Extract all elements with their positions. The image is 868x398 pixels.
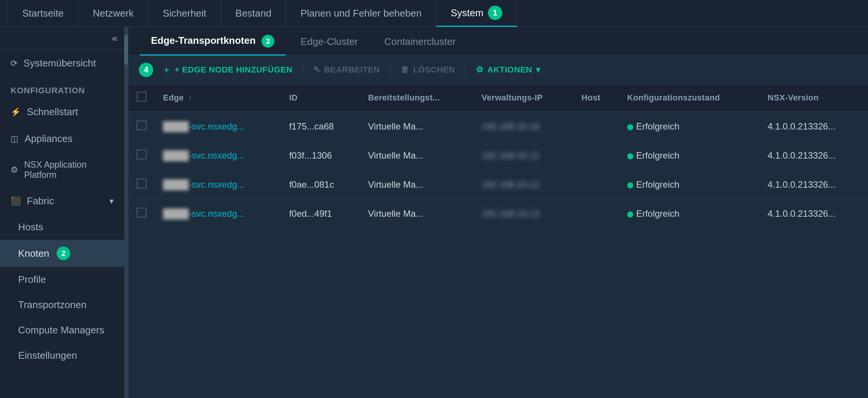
row-select-checkbox[interactable] xyxy=(137,120,146,130)
schnellstart-icon: ⚡ xyxy=(11,107,21,117)
row-management-ip: 192.168.10.10 xyxy=(473,112,573,141)
sidebar-scrollbar[interactable] xyxy=(124,27,128,398)
sidebar-item-systemuebersicht[interactable]: ⟳ Systemübersicht xyxy=(0,50,124,77)
table-row: ████-svc.nsxedg...f175...ca68Virtuelle M… xyxy=(128,112,868,141)
row-config-state: Erfolgreich xyxy=(619,112,759,141)
row-host xyxy=(573,170,619,199)
chevron-down-icon: ▾ xyxy=(109,196,114,206)
sidebar-item-schnellstart[interactable]: ⚡ Schnellstart xyxy=(0,99,124,125)
row-management-ip: 192.168.10.11 xyxy=(473,141,573,170)
delete-button[interactable]: 🗑 LÖSCHEN xyxy=(401,65,455,75)
column-deployment: Bereitstellungst... xyxy=(360,84,473,112)
nav-bestand[interactable]: Bestand xyxy=(221,0,286,27)
system-badge: 1 xyxy=(488,6,502,20)
column-nsx-version: NSX-Version xyxy=(759,84,868,112)
table-row: ████-svc.nsxedg...f0ed...49f1Virtuelle M… xyxy=(128,199,868,228)
sidebar-scrollbar-thumb[interactable] xyxy=(124,35,128,65)
row-checkbox-cell xyxy=(128,112,155,141)
sidebar-item-transportzonen[interactable]: Transportzonen xyxy=(0,292,124,318)
column-management-ip: Verwaltungs-IP xyxy=(473,84,573,112)
status-dot xyxy=(627,182,633,188)
row-select-checkbox[interactable] xyxy=(137,150,146,159)
row-nsx-version: 4.1.0.0.213326... xyxy=(759,141,868,170)
row-nsx-version: 4.1.0.0.213326... xyxy=(759,170,868,199)
tab-containercluster[interactable]: Containercluster xyxy=(373,29,467,56)
main-layout: « ⟳ Systemübersicht Konfiguration ⚡ Schn… xyxy=(0,27,868,398)
row-deployment: Virtuelle Ma... xyxy=(360,141,473,170)
row-id: f0ae...081c xyxy=(281,170,360,199)
row-edge[interactable]: ████-svc.nsxedg... xyxy=(155,170,281,199)
nav-netzwerk[interactable]: Netzwerk xyxy=(78,0,148,27)
column-edge[interactable]: Edge ↑ xyxy=(155,84,281,112)
nav-startseite[interactable]: Startseite xyxy=(8,0,78,27)
row-deployment: Virtuelle Ma... xyxy=(360,199,473,228)
row-edge[interactable]: ████-svc.nsxedg... xyxy=(155,141,281,170)
column-host: Host xyxy=(573,84,619,112)
select-all-checkbox[interactable] xyxy=(137,92,146,102)
table-container: Edge ↑ ID Bereitstellungst... Verwaltung… xyxy=(128,84,868,398)
sidebar-section-konfiguration: Konfiguration xyxy=(0,77,124,99)
nav-sicherheit[interactable]: Sicherheit xyxy=(148,0,221,27)
column-checkbox xyxy=(128,84,155,112)
plus-icon: ＋ xyxy=(162,64,171,76)
gear-icon: ⚙ xyxy=(476,65,484,75)
actions-button[interactable]: ⚙ AKTIONEN ▾ xyxy=(476,65,540,75)
row-host xyxy=(573,141,619,170)
top-navigation: Startseite Netzwerk Sicherheit Bestand P… xyxy=(0,0,868,27)
row-management-ip: 192.168.10.13 xyxy=(473,199,573,228)
status-dot xyxy=(627,153,633,159)
add-edge-node-button[interactable]: ＋ + EDGE NODE HINZUFÜGEN xyxy=(162,64,292,76)
row-edge[interactable]: ████-svc.nsxedg... xyxy=(155,199,281,228)
appliances-icon: ◫ xyxy=(11,134,18,144)
row-host xyxy=(573,199,619,228)
row-config-state: Erfolgreich xyxy=(619,141,759,170)
nav-planen[interactable]: Planen und Fehler beheben xyxy=(286,0,436,27)
fabric-icon: ⬛ xyxy=(11,196,21,206)
edge-transportknoten-badge: 3 xyxy=(262,35,274,48)
knoten-badge: 2 xyxy=(57,247,70,260)
collapse-button[interactable]: « xyxy=(112,32,117,44)
sort-icon: ↑ xyxy=(188,94,192,102)
sidebar-collapse-section: « xyxy=(0,27,124,50)
sidebar-item-knoten[interactable]: Knoten 2 xyxy=(0,240,124,267)
tab-edge-cluster[interactable]: Edge-Cluster xyxy=(289,29,369,56)
nav-system[interactable]: System 1 xyxy=(436,0,517,27)
row-deployment: Virtuelle Ma... xyxy=(360,112,473,141)
row-id: f0ed...49f1 xyxy=(281,199,360,228)
edit-button[interactable]: ✎ BEARBEITEN xyxy=(313,65,380,75)
sidebar-content: « ⟳ Systemübersicht Konfiguration ⚡ Schn… xyxy=(0,27,124,398)
sidebar: « ⟳ Systemübersicht Konfiguration ⚡ Schn… xyxy=(0,27,128,398)
row-edge[interactable]: ████-svc.nsxedg... xyxy=(155,112,281,141)
content-area: Edge-Transportknoten 3 Edge-Cluster Cont… xyxy=(128,27,868,398)
pencil-icon: ✎ xyxy=(313,65,320,75)
column-id: ID xyxy=(281,84,360,112)
row-id: f03f...1306 xyxy=(281,141,360,170)
sidebar-item-einstellungen[interactable]: Einstellungen xyxy=(0,343,124,368)
table-row: ████-svc.nsxedg...f0ae...081cVirtuelle M… xyxy=(128,170,868,199)
row-select-checkbox[interactable] xyxy=(137,179,146,188)
row-deployment: Virtuelle Ma... xyxy=(360,170,473,199)
tab-edge-transportknoten[interactable]: Edge-Transportknoten 3 xyxy=(140,28,286,56)
edge-nodes-table: Edge ↑ ID Bereitstellungst... Verwaltung… xyxy=(128,84,868,228)
status-text: Erfolgreich xyxy=(636,179,680,190)
toolbar-badge: 4 xyxy=(139,63,153,77)
toolbar: 4 ＋ + EDGE NODE HINZUFÜGEN | ✎ BEARBEITE… xyxy=(128,56,868,84)
status-text: Erfolgreich xyxy=(636,121,680,131)
systemuebersicht-icon: ⟳ xyxy=(11,59,17,68)
row-config-state: Erfolgreich xyxy=(619,170,759,199)
status-text: Erfolgreich xyxy=(636,150,680,160)
sidebar-item-appliances[interactable]: ◫ Appliances xyxy=(0,125,124,152)
column-config-state: Konfigurationszustand xyxy=(619,84,759,112)
status-dot xyxy=(627,124,633,130)
row-host xyxy=(573,112,619,141)
sidebar-item-hosts[interactable]: Hosts xyxy=(0,214,124,240)
tabs-bar: Edge-Transportknoten 3 Edge-Cluster Cont… xyxy=(128,27,868,56)
sidebar-item-nsx-platform[interactable]: ⚙ NSX Application Platform xyxy=(0,152,124,188)
sidebar-item-fabric[interactable]: ⬛ Fabric ▾ xyxy=(0,188,124,214)
sidebar-item-profile[interactable]: Profile xyxy=(0,267,124,292)
row-management-ip: 192.168.10.12 xyxy=(473,170,573,199)
row-select-checkbox[interactable] xyxy=(137,208,146,218)
sidebar-item-compute-managers[interactable]: Compute Managers xyxy=(0,318,124,343)
status-dot xyxy=(627,211,633,218)
row-checkbox-cell xyxy=(128,199,155,228)
